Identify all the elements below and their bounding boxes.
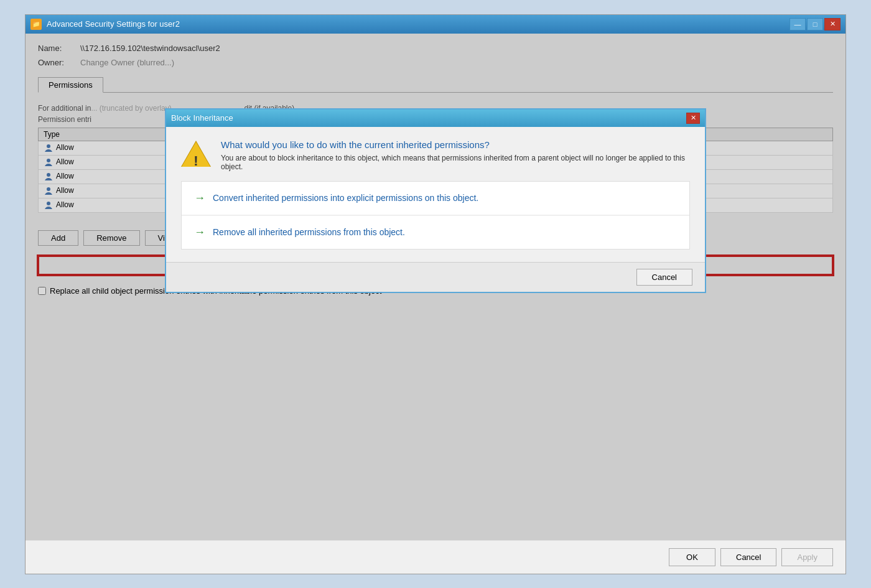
dialog-close-button[interactable]: ✕	[686, 113, 700, 124]
dialog-body: ! What would you like to do with the cur…	[166, 127, 705, 262]
main-content: Name: \\172.16.159.102\testwindowsacl\us…	[26, 34, 845, 540]
dialog-cancel-button[interactable]: Cancel	[636, 269, 692, 286]
modal-overlay: Block Inheritance ✕ !	[26, 34, 845, 540]
apply-button[interactable]: Apply	[781, 548, 833, 566]
dialog-subtext: You are about to block inheritance to th…	[221, 154, 690, 171]
window-title: Advanced Security Settings for user2	[47, 19, 180, 29]
folder-icon: 📁	[30, 19, 42, 30]
cancel-button[interactable]: Cancel	[720, 548, 776, 566]
minimize-button[interactable]: —	[789, 18, 806, 30]
dialog-footer: Cancel	[166, 262, 705, 292]
dialog-title-bar: Block Inheritance ✕	[166, 110, 705, 127]
title-bar-left: 📁 Advanced Security Settings for user2	[30, 19, 180, 30]
dialog-header-row: ! What would you like to do with the cur…	[181, 139, 690, 171]
window-close-button[interactable]: ✕	[824, 18, 841, 30]
warning-icon: !	[181, 139, 211, 169]
ok-button[interactable]: OK	[669, 548, 715, 566]
main-window: 📁 Advanced Security Settings for user2 —…	[25, 14, 846, 574]
block-inheritance-dialog: Block Inheritance ✕ !	[165, 108, 706, 293]
dialog-options: → Convert inherited permissions into exp…	[181, 181, 690, 250]
dialog-title: Block Inheritance	[171, 113, 233, 123]
maximize-button[interactable]: □	[807, 18, 823, 30]
bottom-btn-row: OK Cancel Apply	[26, 540, 845, 574]
arrow-icon-2: →	[194, 226, 205, 239]
remove-permissions-option[interactable]: → Remove all inherited permissions from …	[182, 216, 689, 249]
dialog-header-text: What would you like to do with the curre…	[221, 139, 690, 171]
convert-permissions-option[interactable]: → Convert inherited permissions into exp…	[182, 182, 689, 215]
dialog-question: What would you like to do with the curre…	[221, 139, 690, 150]
title-bar-controls: — □ ✕	[789, 18, 841, 30]
option2-text: Remove all inherited permissions from th…	[213, 227, 405, 237]
arrow-icon-1: →	[194, 192, 205, 205]
title-bar: 📁 Advanced Security Settings for user2 —…	[26, 15, 845, 34]
option1-text: Convert inherited permissions into expli…	[213, 193, 478, 203]
